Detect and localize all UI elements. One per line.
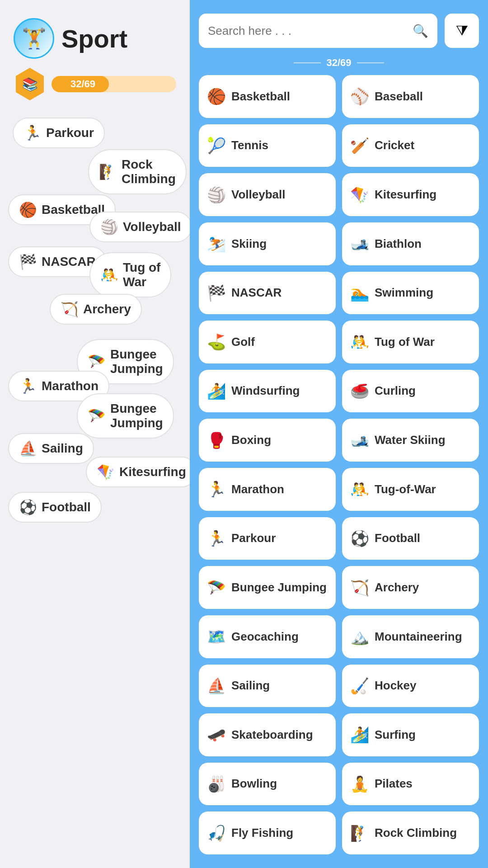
grid-item-basketball[interactable]: 🏀 Basketball bbox=[199, 75, 336, 118]
grid-item-swimming[interactable]: 🏊 Swimming bbox=[342, 272, 479, 315]
rock-climbing-emoji: 🧗 bbox=[99, 165, 117, 179]
football-emoji: ⚽ bbox=[350, 531, 369, 546]
curling-emoji: 🥌 bbox=[350, 383, 369, 399]
bungee1-label: BungeeJumping bbox=[110, 347, 163, 376]
golf-emoji: ⛳ bbox=[207, 334, 226, 349]
bowling-emoji: 🎳 bbox=[207, 776, 226, 792]
grid-item-tennis[interactable]: 🎾 Tennis bbox=[199, 124, 336, 167]
skiing-emoji: ⛷️ bbox=[207, 236, 226, 251]
grid-item-baseball[interactable]: ⚾ Baseball bbox=[342, 75, 479, 118]
hockey-emoji: 🏑 bbox=[350, 678, 369, 693]
grid-item-sailing[interactable]: ⛵ Sailing bbox=[199, 665, 336, 708]
search-box[interactable]: 🔍 bbox=[199, 14, 437, 48]
right-panel: 🔍 ⧩ 32/69 🏀 Basketball ⚾ Baseball 🎾 Tenn… bbox=[190, 0, 488, 868]
app-header: 🏋️ Sport bbox=[0, 0, 190, 68]
skateboarding-emoji: 🛹 bbox=[207, 727, 226, 742]
grid-item-curling[interactable]: 🥌 Curling bbox=[342, 370, 479, 413]
left-tag-archery[interactable]: 🏹 Archery bbox=[50, 294, 142, 325]
app-title: Sport bbox=[61, 24, 127, 53]
grid-item-surfing[interactable]: 🏄 Surfing bbox=[342, 713, 479, 756]
skateboarding-label: Skateboarding bbox=[231, 728, 313, 742]
grid-item-nascar[interactable]: 🏁 NASCAR bbox=[199, 272, 336, 315]
left-panel: 🏋️ Sport 📚 32/69 🏃 Parkour 🧗 RockClimbin… bbox=[0, 0, 190, 868]
grid-item-cricket[interactable]: 🏏 Cricket bbox=[342, 124, 479, 167]
grid-item-water-skiing[interactable]: 🎿 Water Skiing bbox=[342, 419, 479, 462]
grid-item-skateboarding[interactable]: 🛹 Skateboarding bbox=[199, 713, 336, 756]
grid-item-tug-of-war-2[interactable]: 🤼 Tug-of-War bbox=[342, 468, 479, 511]
grid-item-golf[interactable]: ⛳ Golf bbox=[199, 321, 336, 363]
grid-item-biathlon[interactable]: 🎿 Biathlon bbox=[342, 222, 479, 265]
grid-item-archery[interactable]: 🏹 Archery bbox=[342, 566, 479, 609]
baseball-emoji: ⚾ bbox=[350, 89, 369, 104]
left-tag-bungee-2[interactable]: 🪂 BungeeJumping bbox=[77, 393, 174, 439]
parkour-label: Parkour bbox=[46, 126, 94, 140]
football-label: Football bbox=[42, 500, 91, 514]
sailing-label: Sailing bbox=[42, 441, 83, 456]
grid-item-skiing[interactable]: ⛷️ Skiing bbox=[199, 222, 336, 265]
boxing-label: Boxing bbox=[231, 433, 271, 447]
sailing-emoji: ⛵ bbox=[19, 441, 37, 456]
bungee1-emoji: 🪂 bbox=[88, 354, 106, 369]
kitesurfing-label: Kitesurfing bbox=[375, 188, 436, 202]
progress-fill: 32/69 bbox=[52, 76, 109, 92]
nascar-label: NASCAR bbox=[231, 286, 282, 300]
filter-button[interactable]: ⧩ bbox=[445, 14, 479, 48]
left-tag-volleyball[interactable]: 🏐 Volleyball bbox=[89, 212, 190, 242]
archery-label: Archery bbox=[83, 302, 131, 316]
grid-item-football[interactable]: ⚽ Football bbox=[342, 517, 479, 560]
nascar-label: NASCAR bbox=[42, 255, 96, 269]
geocaching-label: Geocaching bbox=[231, 630, 299, 644]
grid-item-geocaching[interactable]: 🗺️ Geocaching bbox=[199, 615, 336, 658]
left-tag-sailing[interactable]: ⛵ Sailing bbox=[8, 433, 94, 464]
tug-of-war-2-emoji: 🤼 bbox=[350, 481, 369, 497]
pilates-emoji: 🧘 bbox=[350, 776, 369, 792]
grid-item-mountaineering[interactable]: 🏔️ Mountaineering bbox=[342, 615, 479, 658]
grid-item-boxing[interactable]: 🥊 Boxing bbox=[199, 419, 336, 462]
search-input[interactable] bbox=[208, 24, 407, 38]
tug-emoji: 🤼 bbox=[100, 268, 118, 282]
basketball-emoji: 🏀 bbox=[19, 203, 37, 217]
grid-item-windsurfing[interactable]: 🏄 Windsurfing bbox=[199, 370, 336, 413]
baseball-label: Baseball bbox=[375, 90, 423, 104]
water-skiing-label: Water Skiing bbox=[375, 433, 446, 447]
left-tag-tug-of-war[interactable]: 🤼 Tug ofWar bbox=[89, 252, 171, 297]
grid-item-hockey[interactable]: 🏑 Hockey bbox=[342, 665, 479, 708]
grid-progress: 32/69 bbox=[199, 57, 479, 69]
search-icon: 🔍 bbox=[413, 24, 428, 38]
mountaineering-emoji: 🏔️ bbox=[350, 629, 369, 644]
tug-of-war-emoji: 🤼 bbox=[350, 334, 369, 349]
left-tag-football[interactable]: ⚽ Football bbox=[8, 492, 102, 523]
kitesurfing-emoji: 🪁 bbox=[97, 465, 115, 479]
biathlon-label: Biathlon bbox=[375, 237, 422, 251]
grid-item-volleyball[interactable]: 🏐 Volleyball bbox=[199, 173, 336, 216]
grid-item-kitesurfing[interactable]: 🪁 Kitesurfing bbox=[342, 173, 479, 216]
tug-label: Tug ofWar bbox=[123, 260, 160, 289]
grid-item-bungee-jumping[interactable]: 🪂 Bungee Jumping bbox=[199, 566, 336, 609]
sailing-emoji: ⛵ bbox=[207, 678, 226, 693]
left-tag-kitesurfing[interactable]: 🪁 Kitesurfing bbox=[86, 457, 190, 487]
rock-climbing-label: Rock Climbing bbox=[375, 826, 457, 840]
grid-item-marathon[interactable]: 🏃 Marathon bbox=[199, 468, 336, 511]
windsurfing-emoji: 🏄 bbox=[207, 383, 226, 399]
tennis-label: Tennis bbox=[231, 138, 268, 152]
grid-item-rock-climbing[interactable]: 🧗 Rock Climbing bbox=[342, 811, 479, 854]
grid-item-pilates[interactable]: 🧘 Pilates bbox=[342, 763, 479, 806]
grid-item-bowling[interactable]: 🎳 Bowling bbox=[199, 763, 336, 806]
grid-progress-text: 32/69 bbox=[326, 57, 351, 69]
grid-item-fly-fishing[interactable]: 🎣 Fly Fishing bbox=[199, 811, 336, 854]
football-emoji: ⚽ bbox=[19, 500, 37, 514]
water-skiing-emoji: 🎿 bbox=[350, 433, 369, 448]
left-tag-parkour[interactable]: 🏃 Parkour bbox=[13, 118, 105, 148]
search-row: 🔍 ⧩ bbox=[199, 14, 479, 48]
nascar-emoji: 🏁 bbox=[19, 255, 37, 269]
curling-label: Curling bbox=[375, 384, 416, 398]
grid-item-parkour[interactable]: 🏃 Parkour bbox=[199, 517, 336, 560]
left-tag-rock-climbing[interactable]: 🧗 RockClimbing bbox=[88, 149, 187, 194]
parkour-emoji: 🏃 bbox=[23, 126, 42, 140]
kitesurfing-label: Kitesurfing bbox=[119, 465, 186, 479]
volleyball-emoji: 🏐 bbox=[100, 220, 118, 234]
rock-climbing-label: RockClimbing bbox=[122, 157, 176, 186]
grid-item-tug-of-war[interactable]: 🤼 Tug of War bbox=[342, 321, 479, 363]
bungee-jumping-emoji: 🪂 bbox=[207, 580, 226, 595]
parkour-emoji: 🏃 bbox=[207, 531, 226, 546]
